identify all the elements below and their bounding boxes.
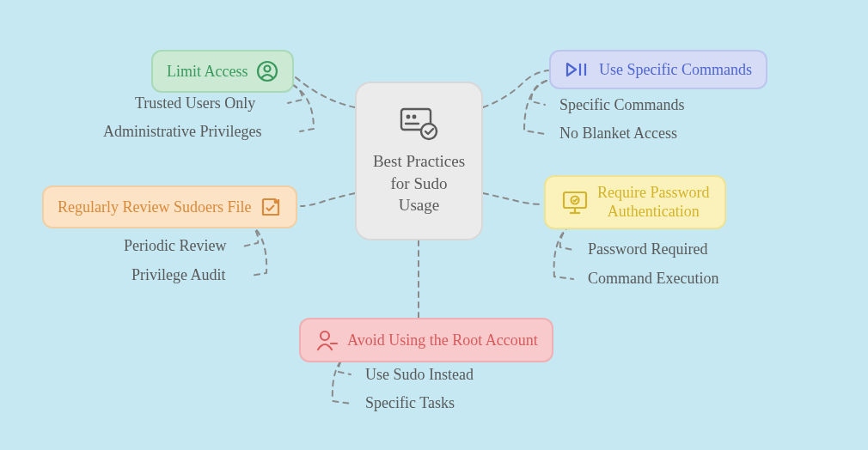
svg-point-4	[421, 124, 437, 139]
sub-item: Password Required	[588, 240, 707, 258]
sub-item: Command Execution	[588, 270, 718, 288]
monitor-check-icon	[561, 190, 589, 216]
node-label: Require PasswordAuthentication	[597, 184, 709, 221]
checklist-icon	[260, 196, 282, 218]
user-minus-icon	[315, 328, 339, 352]
node-password-auth: Require PasswordAuthentication	[544, 175, 726, 229]
node-label: Avoid Using the Root Account	[347, 331, 538, 350]
user-icon	[256, 60, 278, 82]
svg-point-13	[321, 331, 329, 340]
sub-item: Use Sudo Instead	[365, 366, 474, 384]
node-specific-commands: Use Specific Commands	[549, 50, 767, 89]
node-label: Use Specific Commands	[599, 61, 752, 79]
center-node: Best Practices for Sudo Usage	[355, 82, 483, 240]
node-avoid-root: Avoid Using the Root Account	[299, 318, 553, 362]
svg-point-6	[265, 66, 271, 72]
center-title: Best Practices for Sudo Usage	[369, 150, 469, 216]
sub-item: Privilege Audit	[131, 266, 226, 284]
sub-item: Specific Tasks	[365, 394, 455, 412]
sub-item: Trusted Users Only	[135, 94, 255, 112]
node-label: Limit Access	[167, 63, 248, 81]
password-check-icon	[398, 106, 441, 142]
sub-item: Administrative Privileges	[103, 123, 261, 141]
sub-item: Specific Commands	[559, 96, 684, 114]
node-label: Regularly Review Sudoers File	[58, 198, 251, 216]
node-review-sudoers: Regularly Review Sudoers File	[42, 185, 297, 228]
node-limit-access: Limit Access	[151, 50, 294, 93]
play-pause-icon	[565, 60, 590, 79]
sub-item: Periodic Review	[124, 237, 226, 255]
sub-item: No Blanket Access	[559, 125, 677, 143]
mindmap-canvas: Best Practices for Sudo Usage Limit Acce…	[0, 0, 868, 450]
